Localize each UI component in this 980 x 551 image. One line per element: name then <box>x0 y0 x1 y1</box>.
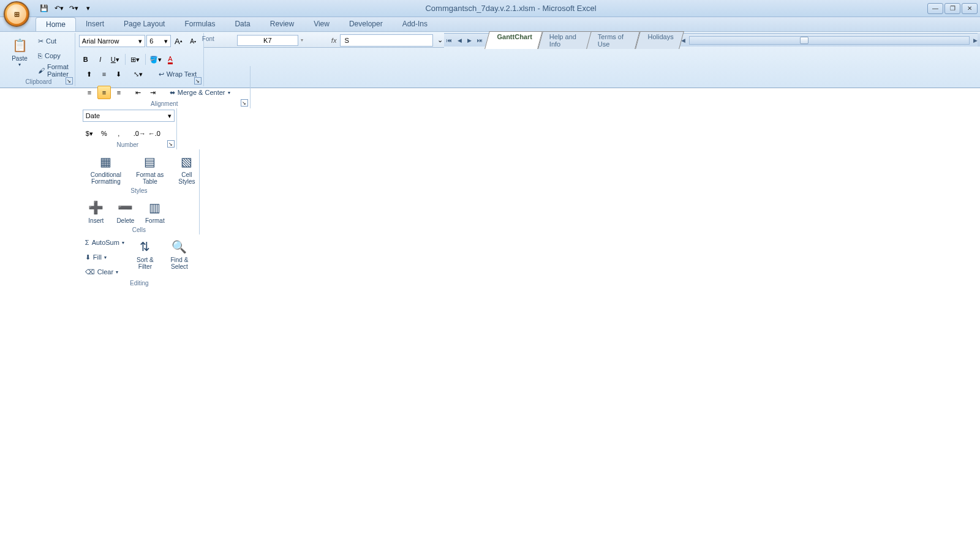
merge-icon: ⬌ <box>170 89 175 97</box>
eraser-icon: ⌫ <box>85 268 95 276</box>
styles-label: Styles <box>83 186 195 195</box>
align-top-icon[interactable]: ⬆ <box>83 67 96 81</box>
copy-icon: ⎘ <box>38 52 42 59</box>
ribbon: 📋Paste▾ ✂Cut ⎘Copy 🖌Format Painter Clipb… <box>0 32 980 88</box>
cut-button[interactable]: ✂Cut <box>36 34 71 48</box>
ribbon-tabs: HomeInsertPage LayoutFormulasDataReviewV… <box>0 17 980 32</box>
align-right-icon[interactable]: ≡ <box>112 86 126 99</box>
group-alignment: ⬆ ≡ ⬇ ⤡▾ ↩Wrap Text ≡ ≡ ≡ ⇤ ⇥ ⬌Merge & C… <box>79 66 251 108</box>
find-select-button[interactable]: 🔍Find & Select <box>164 236 195 271</box>
clear-button[interactable]: ⌫Clear▾ <box>83 265 127 279</box>
number-label: Number <box>83 140 173 149</box>
font-name-select[interactable]: Arial Narrow▾ <box>79 35 145 47</box>
align-middle-icon[interactable]: ≡ <box>97 67 111 81</box>
name-box-dropdown[interactable]: ▾ <box>301 37 303 43</box>
format-cells-button[interactable]: ▥Format <box>141 197 168 225</box>
paste-button[interactable]: 📋Paste▾ <box>6 34 33 69</box>
align-bottom-icon[interactable]: ⬇ <box>112 67 126 81</box>
sheet-tab-ganttchart[interactable]: GanttChart <box>484 31 543 49</box>
scissors-icon: ✂ <box>38 37 43 45</box>
formula-bar-row: ▾ fx ⌄ <box>204 33 445 48</box>
percent-icon[interactable]: % <box>97 127 111 140</box>
italic-button[interactable]: I <box>94 53 107 66</box>
sheet-tab-holidays[interactable]: Holidays <box>635 31 684 49</box>
ribbon-tab-developer[interactable]: Developer <box>339 17 393 31</box>
cell-styles-button[interactable]: ▧Cell Styles <box>171 151 203 186</box>
increase-indent-icon[interactable]: ⇥ <box>146 86 160 99</box>
font-label: Font <box>202 34 214 43</box>
align-left-icon[interactable]: ≡ <box>83 86 96 99</box>
font-size-select[interactable]: 6▾ <box>146 35 170 47</box>
conditional-formatting-button[interactable]: ▦Conditional Formatting <box>83 151 129 186</box>
office-button[interactable]: ⊞ <box>4 1 29 27</box>
wrap-icon: ↩ <box>159 70 164 78</box>
decrease-decimal-icon[interactable]: ←.0 <box>148 127 161 140</box>
grow-font-icon[interactable]: A▴ <box>172 34 186 48</box>
hscroll-right-icon[interactable]: ▶ <box>973 37 978 43</box>
tab-prev-icon[interactable]: ◀ <box>454 35 464 46</box>
border-button[interactable]: ⊞▾ <box>129 53 142 66</box>
redo-icon[interactable]: ↷▾ <box>67 2 80 15</box>
sigma-icon: Σ <box>85 239 89 246</box>
horizontal-scrollbar[interactable] <box>689 36 970 45</box>
tab-next-icon[interactable]: ▶ <box>464 35 474 46</box>
ribbon-tab-data[interactable]: Data <box>225 17 260 31</box>
comma-icon[interactable]: , <box>112 127 126 140</box>
title-bar: ⊞ 💾 ↶▾ ↷▾ ▾ Commgantsch_7day.v.2.1.xlsm … <box>0 0 980 17</box>
quick-access-toolbar: 💾 ↶▾ ↷▾ ▾ <box>38 2 94 15</box>
format-painter-button[interactable]: 🖌Format Painter <box>36 64 71 77</box>
tab-first-icon[interactable]: ⏮ <box>444 35 454 46</box>
decrease-indent-icon[interactable]: ⇤ <box>132 86 145 99</box>
fill-down-icon: ⬇ <box>85 253 91 261</box>
fx-button[interactable]: fx <box>328 37 341 44</box>
formula-bar[interactable] <box>340 34 433 47</box>
format-as-table-button[interactable]: ▤Format as Table <box>132 151 168 186</box>
ribbon-tab-add-ins[interactable]: Add-Ins <box>393 17 437 31</box>
undo-icon[interactable]: ↶▾ <box>53 2 65 15</box>
font-color-button[interactable]: A <box>164 53 177 66</box>
ribbon-tab-home[interactable]: Home <box>36 17 76 31</box>
wrap-text-button[interactable]: ↩Wrap Text <box>156 67 199 81</box>
maximize-button[interactable]: ❐ <box>944 3 960 14</box>
currency-icon[interactable]: $▾ <box>83 127 96 140</box>
group-styles: ▦Conditional Formatting ▤Format as Table… <box>79 149 200 195</box>
fill-color-button[interactable]: 🪣▾ <box>149 53 162 66</box>
bold-button[interactable]: B <box>79 53 92 66</box>
formula-expand-icon[interactable]: ⌄ <box>435 36 444 44</box>
align-center-icon[interactable]: ≡ <box>97 86 111 99</box>
close-button[interactable]: ✕ <box>962 3 978 14</box>
fill-button[interactable]: ⬇Fill▾ <box>83 250 127 264</box>
copy-button[interactable]: ⎘Copy <box>36 49 71 62</box>
tab-last-icon[interactable]: ⏭ <box>475 35 484 46</box>
name-box[interactable] <box>237 35 298 46</box>
ribbon-tab-insert[interactable]: Insert <box>76 17 114 31</box>
shrink-font-icon[interactable]: A▾ <box>186 34 200 48</box>
clipboard-dialog-launcher[interactable]: ↘ <box>66 77 73 84</box>
orientation-icon[interactable]: ⤡▾ <box>132 67 145 81</box>
sheet-tab-bar: ⏮ ◀ ▶ ⏭ GanttChartHelp and InfoTerms of … <box>444 33 977 47</box>
sheet-tab-help-and-info[interactable]: Help and Info <box>538 31 592 49</box>
underline-button[interactable]: U▾ <box>108 53 122 66</box>
ribbon-tab-review[interactable]: Review <box>260 17 304 31</box>
sort-filter-button[interactable]: ⇅Sort & Filter <box>129 236 161 271</box>
group-cells: ➕Insert ➖Delete ▥Format Cells <box>79 195 200 234</box>
save-icon[interactable]: 💾 <box>38 2 50 15</box>
group-number: Date▾ $▾ % , .0→ ←.0 Number ↘ <box>79 108 177 149</box>
autosum-button[interactable]: ΣAutoSum▾ <box>83 236 127 249</box>
clipboard-label: Clipboard <box>6 77 71 86</box>
sheet-tab-terms-of-use[interactable]: Terms of Use <box>587 31 641 49</box>
ribbon-tab-view[interactable]: View <box>304 17 339 31</box>
ribbon-tab-page-layout[interactable]: Page Layout <box>114 17 175 31</box>
alignment-dialog-launcher[interactable]: ↘ <box>241 99 248 107</box>
delete-cells-button[interactable]: ➖Delete <box>112 197 139 225</box>
increase-decimal-icon[interactable]: .0→ <box>133 127 146 140</box>
number-dialog-launcher[interactable]: ↘ <box>167 140 175 148</box>
insert-cells-button[interactable]: ➕Insert <box>83 197 110 225</box>
alignment-label: Alignment <box>83 99 246 108</box>
merge-center-button[interactable]: ⬌Merge & Center▾ <box>167 86 233 99</box>
ribbon-tab-formulas[interactable]: Formulas <box>175 17 225 31</box>
qat-customize-icon[interactable]: ▾ <box>82 2 94 15</box>
minimize-button[interactable]: — <box>927 3 943 14</box>
brush-icon: 🖌 <box>38 67 45 74</box>
number-format-select[interactable]: Date▾ <box>83 110 175 122</box>
